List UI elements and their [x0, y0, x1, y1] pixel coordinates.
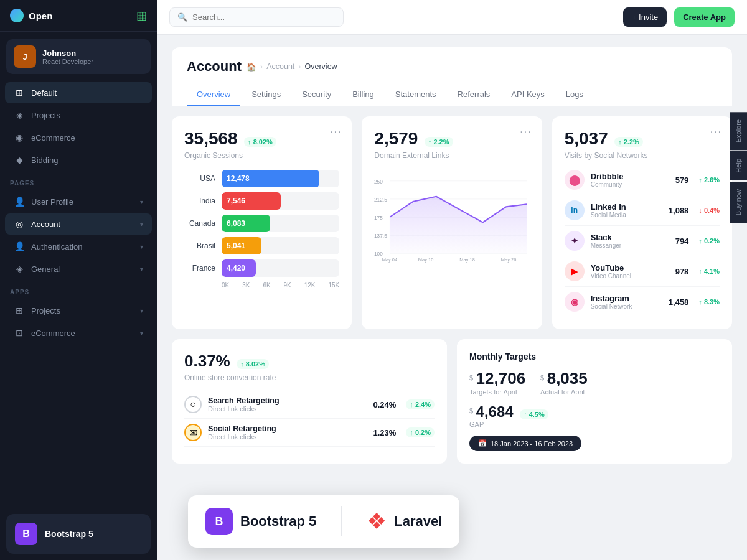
- tab-api-keys[interactable]: API Keys: [501, 83, 554, 106]
- sidebar-item-default[interactable]: ⊞ Default: [5, 82, 152, 103]
- chevron-down-icon: ▾: [140, 266, 143, 273]
- social-list: ⬤ Dribbble Community 579 ↑ 2.6% in Linke…: [565, 165, 720, 317]
- bottom-row: ··· 0.37% ↑ 8.02% Online store convertio…: [172, 339, 732, 464]
- topbar: 🔍 + Invite Create App: [157, 0, 747, 35]
- svg-text:May 18: May 18: [460, 257, 476, 263]
- tab-billing[interactable]: Billing: [342, 83, 384, 106]
- sidebar-item-label: Bidding: [31, 156, 143, 165]
- search-input[interactable]: [192, 12, 336, 22]
- breadcrumb-account[interactable]: Account: [266, 62, 294, 71]
- main-content: 🔍 + Invite Create App Explore Help Buy n…: [157, 0, 747, 560]
- retarget-row-social: ✉ Social Retargeting Direct link clicks …: [184, 419, 435, 447]
- social-row-youtube: ▶ YouTube Video Channel 978 ↑ 4.1%: [565, 256, 720, 287]
- social-row-instagram: ◉ Instagram Social Network 1,458 ↑ 8.3%: [565, 287, 720, 317]
- svg-text:175: 175: [374, 215, 383, 221]
- stat-value-row: 2,579 ↑ 2.2%: [374, 129, 529, 149]
- more-icon[interactable]: ···: [710, 126, 722, 138]
- sidebar-item-projects-app[interactable]: ⊞ Projects ▾: [5, 300, 152, 321]
- user-name: Johnson: [42, 49, 93, 58]
- svg-text:250: 250: [374, 179, 383, 185]
- page-header: Account 🏠 › Account › Overview Overview …: [172, 47, 732, 106]
- sidebar-item-label: eCommerce: [31, 133, 143, 142]
- sidebar-item-ecommerce-app[interactable]: ⊡ eCommerce ▾: [5, 322, 152, 343]
- stat-label: Organic Sessions: [184, 151, 339, 160]
- sidebar-header: Open ▦: [0, 0, 157, 32]
- conversion-label: Online store convertion rate: [184, 373, 435, 382]
- social-row-linkedin: in Linked In Social Media 1,088 ↓ 0.4%: [565, 195, 720, 226]
- breadcrumb: 🏠 › Account › Overview: [247, 62, 337, 72]
- sidebar-item-projects[interactable]: ◈ Projects: [5, 105, 152, 126]
- breadcrumb-overview: Overview: [305, 62, 337, 71]
- bar-row: India 7,546: [184, 192, 339, 210]
- tab-referrals[interactable]: Referrals: [448, 83, 500, 106]
- chevron-down-icon: ▾: [140, 243, 143, 250]
- tab-overview[interactable]: Overview: [187, 83, 240, 106]
- sidebar-item-general[interactable]: ◈ General ▾: [5, 258, 152, 279]
- actual-april: $ 8,035 Actual for April: [540, 369, 588, 396]
- svg-text:May 10: May 10: [418, 257, 434, 263]
- bootstrap-logo: B: [205, 508, 233, 535]
- monthly-targets-title: Monthly Targets: [469, 352, 720, 362]
- sidebar-item-bidding[interactable]: ◆ Bidding: [5, 149, 152, 170]
- page-title-row: Account 🏠 › Account › Overview: [187, 58, 717, 75]
- domain-links-card: ··· 2,579 ↑ 2.2% Domain External Links 2…: [362, 116, 542, 329]
- retarget-icon: ○: [184, 396, 202, 413]
- chevron-down-icon: ▾: [140, 221, 143, 228]
- explore-button[interactable]: Explore: [730, 112, 747, 150]
- retarget-row-search: ○ Search Retargeting Direct link clicks …: [184, 391, 435, 419]
- conversion-value: 0.37%: [184, 352, 230, 370]
- more-icon[interactable]: ···: [330, 126, 342, 138]
- sidebar-item-label: Projects: [31, 306, 134, 315]
- bar-row: USA 12,478: [184, 170, 339, 187]
- gap-row: $ 4,684 ↑ 4.5%: [469, 403, 720, 421]
- tabs: Overview Settings Security Billing State…: [187, 83, 717, 106]
- monthly-targets-card: Monthly Targets $ 12,706 Targets for Apr…: [457, 339, 732, 464]
- sidebar-item-label: User Profile: [31, 197, 134, 207]
- svg-text:137.5: 137.5: [374, 233, 387, 239]
- tab-statements[interactable]: Statements: [385, 83, 446, 106]
- user-card[interactable]: J Johnson React Developer: [6, 39, 151, 74]
- retarget-icon-2: ✉: [184, 424, 202, 441]
- chart-icon[interactable]: ▦: [136, 9, 147, 22]
- stat-value: 2,579: [374, 129, 418, 148]
- search-icon: 🔍: [177, 12, 187, 22]
- bootstrap-name: Bootstrap 5: [240, 513, 316, 530]
- user-role: React Developer: [42, 58, 93, 65]
- line-chart-svg: 250 212.5 175 137.5 100: [374, 167, 529, 267]
- svg-text:May 04: May 04: [382, 257, 398, 263]
- more-icon[interactable]: ···: [520, 126, 532, 138]
- promo-logo: B: [15, 523, 37, 545]
- help-button[interactable]: Help: [730, 151, 747, 180]
- sidebar-item-label: Authentication: [31, 242, 134, 251]
- gap-value: 4,684: [476, 403, 514, 420]
- social-networks-card: ··· 5,037 ↑ 2.2% Visits by Social Networ…: [552, 116, 732, 329]
- promo-banner: B Bootstrap 5: [6, 514, 151, 554]
- sidebar-item-account[interactable]: ◎ Account ▾: [5, 213, 152, 235]
- account-icon: ◎: [14, 219, 25, 229]
- stat-value: 35,568: [184, 129, 238, 148]
- sidebar-item-authentication[interactable]: 👤 Authentication ▾: [5, 236, 152, 257]
- sidebar-item-ecommerce[interactable]: ◉ eCommerce: [5, 127, 152, 148]
- buy-now-button[interactable]: Buy now: [730, 182, 747, 223]
- projects-icon: ◈: [14, 110, 25, 120]
- targets-values: $ 12,706 Targets for April $ 8,035 Actua…: [469, 369, 720, 396]
- bootstrap-promo: B Bootstrap 5: [205, 508, 316, 535]
- svg-text:212.5: 212.5: [374, 197, 387, 203]
- tab-security[interactable]: Security: [292, 83, 341, 106]
- sidebar-item-user-profile[interactable]: 👤 User Profile ▾: [5, 191, 152, 212]
- sidebar-item-label: General: [31, 264, 134, 274]
- chevron-down-icon: ▾: [140, 198, 143, 205]
- invite-button[interactable]: + Invite: [623, 7, 667, 27]
- create-app-button[interactable]: Create App: [674, 7, 735, 27]
- stats-row: ··· 35,568 ↑ 8.02% Organic Sessions USA …: [172, 116, 732, 329]
- tab-logs[interactable]: Logs: [556, 83, 593, 106]
- bar-row: Canada 6,083: [184, 215, 339, 232]
- search-box[interactable]: 🔍: [169, 7, 344, 27]
- ecommerce-icon: ◉: [14, 133, 25, 142]
- stat-value-row: 35,568 ↑ 8.02%: [184, 129, 339, 149]
- tab-settings[interactable]: Settings: [242, 83, 291, 106]
- stat-value-row: 5,037 ↑ 2.2%: [565, 129, 720, 149]
- laravel-name: Laravel: [394, 513, 442, 530]
- bar-chart: USA 12,478 India 7,546 Canada 6,083 Bras…: [184, 170, 339, 289]
- chevron-down-icon: ▾: [140, 307, 143, 314]
